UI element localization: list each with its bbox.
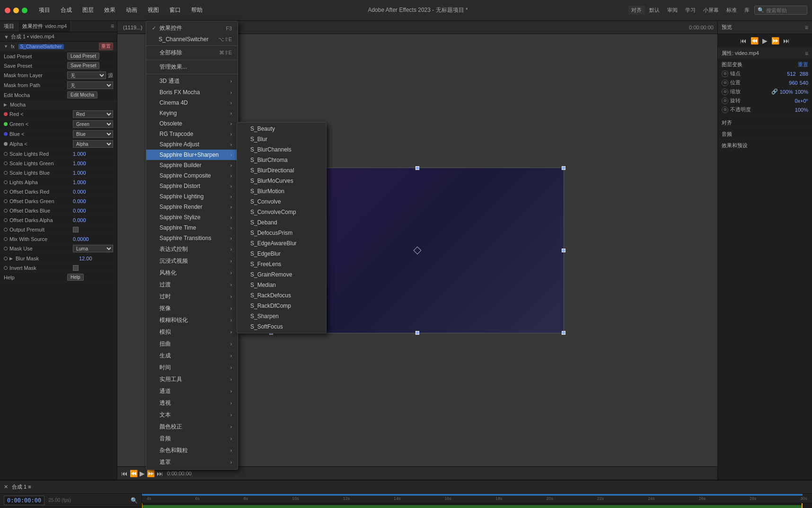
menu-item-通道[interactable]: 通道 › — [146, 385, 238, 397]
effect-controls-tab[interactable]: 效果控件 video.mp4 — [18, 21, 71, 32]
menu-item-实用工具[interactable]: 实用工具 › — [146, 374, 238, 385]
menu-item-sapphirerender[interactable]: Sapphire Render › — [146, 202, 238, 212]
menu-item-3d通道[interactable]: 3D 通道 › — [146, 75, 238, 87]
maximize-button[interactable] — [22, 8, 27, 13]
submenu-item-s_deband[interactable]: S_Deband — [237, 217, 326, 228]
menu-item-obsolete[interactable]: Obsolete › — [146, 118, 238, 129]
align-btn[interactable]: 对齐 — [628, 6, 644, 15]
project-tab[interactable]: 项目 — [0, 21, 18, 32]
lights-alpha-row[interactable]: Lights Alpha 1.000 — [0, 178, 117, 187]
menu-item-sapphireadjust[interactable]: Sapphire Adjust › — [146, 139, 238, 150]
menu-item-sapphiretime[interactable]: Sapphire Time › — [146, 223, 238, 233]
menu-item-cinema4d[interactable]: Cinema 4D › — [146, 98, 238, 108]
blue-select[interactable]: Blue — [73, 130, 113, 138]
submenu-item-s_freelens[interactable]: S_FreeLens — [237, 259, 326, 269]
menu-item-sapphiredistort[interactable]: Sapphire Distort › — [146, 181, 238, 191]
submenu-item-s_median[interactable]: S_Median — [237, 280, 326, 290]
scale-lights-blue-value[interactable]: 1.000 — [73, 170, 86, 176]
output-premult-checkbox[interactable] — [73, 227, 79, 232]
effect-controls-item[interactable]: ✓ 效果控件 F3 — [146, 22, 238, 34]
offset-darks-blue-row[interactable]: Offset Darks Blue 0.000 — [0, 206, 117, 215]
red-channel-row[interactable]: Red < Red — [0, 109, 117, 119]
nav-project[interactable]: 项目 — [34, 4, 55, 16]
scale-lights-red-value[interactable]: 1.000 — [73, 151, 86, 157]
position-y[interactable]: 540 — [800, 80, 808, 86]
submenu-item-s_softfocus[interactable]: S_SoftFocus — [237, 321, 326, 332]
blue-channel-row[interactable]: Blue < Blue — [0, 129, 117, 139]
library-btn[interactable]: 库 — [741, 6, 752, 15]
viewer-zoom[interactable]: (1119...) — [121, 24, 144, 31]
green-select[interactable]: Green — [73, 120, 113, 128]
default-btn[interactable]: 默认 — [646, 6, 662, 15]
panel-menu-icon[interactable]: ≡ — [108, 21, 117, 32]
green-channel-row[interactable]: Green < Green — [0, 119, 117, 129]
submenu-item-s_blurchroma[interactable]: S_BlurChroma — [237, 155, 326, 165]
rotate-value[interactable]: 0x+0° — [794, 98, 808, 104]
nav-view[interactable]: 视图 — [143, 4, 164, 16]
nav-comp[interactable]: 合成 — [56, 4, 77, 16]
learn-btn[interactable]: 学习 — [682, 6, 698, 15]
preview-skip-start[interactable]: ⏮ — [740, 37, 747, 45]
preview-menu-icon[interactable]: ≡ — [805, 24, 808, 31]
small-screen-btn[interactable]: 小屏幕 — [700, 6, 722, 15]
menu-item-遮罩[interactable]: 遮罩 › — [146, 456, 238, 468]
handle-mr[interactable] — [562, 249, 565, 252]
load-preset-button[interactable]: Load Preset — [67, 53, 99, 60]
preview-next[interactable]: ⏩ — [771, 37, 779, 45]
save-preset-button[interactable]: Save Preset — [67, 62, 99, 69]
nav-help[interactable]: 帮助 — [186, 4, 207, 16]
mix-with-source-row[interactable]: Mix With Source 0.0000 — [0, 234, 117, 244]
skip-start-button[interactable]: ⏮ — [121, 470, 128, 477]
mask-from-path-select[interactable]: 无 — [67, 81, 113, 89]
anchor-x[interactable]: 512 — [787, 71, 795, 77]
menu-item-文本[interactable]: 文本 › — [146, 409, 238, 421]
menu-item-sapphirelighting[interactable]: Sapphire Lighting › — [146, 191, 238, 202]
menu-item-透视[interactable]: 透视 › — [146, 397, 238, 409]
nav-animation[interactable]: 动画 — [121, 4, 142, 16]
expand-arrow[interactable]: ▼ — [4, 34, 9, 40]
menu-item-sapphirecomposite[interactable]: Sapphire Composite › — [146, 170, 238, 181]
scale-lights-red-row[interactable]: Scale Lights Red 1.000 — [0, 149, 117, 159]
submenu-item-s_sharpen[interactable]: S_Sharpen — [237, 311, 326, 321]
menu-item-杂色和颗粒[interactable]: 杂色和颗粒 › — [146, 445, 238, 456]
offset-darks-blue-value[interactable]: 0.000 — [73, 208, 86, 214]
menu-item-sapphirebuilder[interactable]: Sapphire Builder › — [146, 160, 238, 170]
anchor-y[interactable]: 288 — [800, 71, 808, 77]
menu-item-rgtrapcode[interactable]: RG Trapcode › — [146, 129, 238, 139]
mix-value[interactable]: 0.0000 — [73, 236, 89, 242]
properties-menu-icon[interactable]: ≡ — [805, 50, 808, 57]
reset-button[interactable]: 重置 — [99, 43, 113, 50]
submenu-item-s_blurdirectional[interactable]: S_BlurDirectional — [237, 165, 326, 176]
menu-item-sapphiretransitions[interactable]: Sapphire Transitions › — [146, 233, 238, 243]
main-effects-menu[interactable]: ✓ 效果控件 F3 S_ChannelSwitcher ⌥⇧E 全部移除 ⌘⇧E… — [146, 21, 238, 470]
menu-item-sapphirestylize[interactable]: Sapphire Stylize › — [146, 212, 238, 223]
nav-window[interactable]: 窗口 — [165, 4, 185, 16]
submenu-item-s_convolve[interactable]: S_Convolve — [237, 196, 326, 207]
channel-switcher-item[interactable]: S_ChannelSwitcher ⌥⇧E — [146, 34, 238, 45]
tl-search-icon[interactable]: 🔍 — [131, 497, 138, 504]
invert-mask-row[interactable]: Invert Mask — [0, 263, 117, 273]
mask-use-select[interactable]: Luma — [73, 245, 113, 252]
submenu-item-s_beauty[interactable]: S_Beauty — [237, 124, 326, 134]
help-button[interactable]: Help — [67, 274, 84, 281]
submenu-item-s_rackdfcomp[interactable]: S_RackDfComp — [237, 301, 326, 311]
output-premult-row[interactable]: Output Premult — [0, 225, 117, 234]
scale-x[interactable]: 100% — [780, 89, 793, 95]
menu-item-音频[interactable]: 音频 › — [146, 433, 238, 445]
handle-bm[interactable] — [415, 331, 419, 335]
red-select[interactable]: Red — [73, 110, 113, 118]
alpha-channel-row[interactable]: Alpha < Alpha — [0, 139, 117, 149]
preview-skip-end[interactable]: ⏭ — [783, 37, 790, 45]
timeline-close[interactable]: ✕ — [4, 484, 8, 490]
submenu-item-s_rackdefocus[interactable]: S_RackDefocus — [237, 290, 326, 301]
menu-item-颜色校正[interactable]: 颜色校正 › — [146, 421, 238, 433]
preview-play[interactable]: ▶ — [762, 37, 768, 45]
submenu-item-s_blur[interactable]: S_Blur — [237, 134, 326, 144]
comp-tab[interactable]: 合成 1 ≡ — [12, 483, 31, 490]
blur-mask-row[interactable]: ▶ Blur Mask 12.00 — [0, 254, 117, 263]
play-button[interactable]: ▶ — [140, 470, 145, 477]
menu-item-模糊和锐化[interactable]: 模糊和锐化 › — [146, 314, 238, 326]
review-btn[interactable]: 审阅 — [664, 6, 680, 15]
submenu-item-s_blurchannels[interactable]: S_BlurChannels — [237, 144, 326, 155]
invert-mask-checkbox[interactable] — [73, 265, 79, 271]
